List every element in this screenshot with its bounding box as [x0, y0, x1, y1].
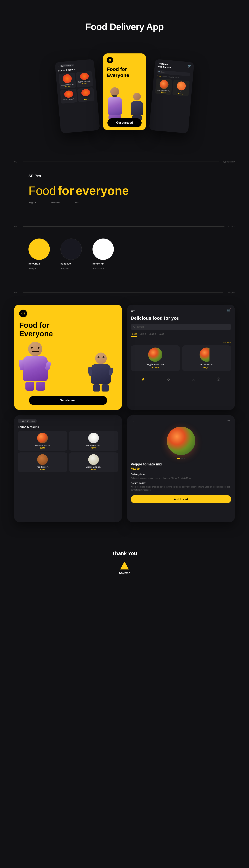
font-word-bold: everyone [76, 184, 129, 197]
result-name-1: Veggie tomato mix [20, 444, 66, 446]
font-name: SF Pro [29, 174, 220, 178]
image-dots [131, 458, 231, 459]
category-tabs: Foods Drinks Snacks Sauc [131, 333, 231, 338]
delivery-info-text: Delivered between monday aug and thursda… [131, 477, 231, 480]
swatch-white [93, 239, 114, 260]
home-screen: 🛒 Delicious food for you Search Foods Dr… [127, 305, 235, 410]
app-logo [107, 57, 113, 63]
results-title: Found 6 results [18, 426, 118, 429]
search-results-screen: ‹ Spicy chieckns Found 6 results Veggie … [14, 415, 122, 522]
cart-icon-home[interactable]: 🛒 [227, 308, 231, 312]
designs-bottom-row: ‹ Spicy chieckns Found 6 results Veggie … [14, 415, 235, 522]
search-placeholder: Search [137, 326, 144, 328]
return-policy-title: Return policy [131, 482, 231, 484]
font-display: Food for everyone [29, 184, 220, 197]
designs-section: Food for Everyone [0, 305, 249, 536]
colors-section: #FFCB13 Hunger #181820 Elegance #FFFFFF … [0, 239, 249, 284]
back-button[interactable]: ‹ Spicy chieckns [18, 419, 37, 423]
label-semibold: Semibold [51, 201, 61, 204]
color-name-2: Elegance [61, 267, 70, 270]
color-hex-3: #FFFFFF [93, 262, 104, 265]
label-regular: Regular [29, 201, 37, 204]
app-icon-yellow [19, 310, 27, 317]
result-price-1: ₦1,900 [20, 447, 66, 449]
food-card-4: M... ₦1,9... [77, 87, 95, 102]
return-policy-text: All our foods are double checked before … [131, 486, 231, 491]
tab-sauces[interactable]: Sauc [159, 333, 164, 337]
center-phone-mockup: Food for Everyone [103, 54, 146, 130]
detail-favorite-button[interactable]: ♡ [226, 419, 231, 424]
result-img-2 [88, 433, 99, 443]
section-01-divider: 01 Typography [0, 160, 249, 163]
result-name-2: Egg and cucumb... [71, 444, 117, 446]
food-cards-row: Veggie tomato mix ₦1,900 Ve tomato mix ₦… [131, 345, 231, 371]
designs-top-row: Food for Everyone [14, 305, 235, 410]
detail-back-button[interactable]: ‹ [131, 419, 136, 424]
result-card-2: Egg and cucumb... ₦1,900 [69, 431, 118, 451]
see-more-link[interactable]: see more [131, 341, 231, 343]
results-grid: Veggie tomato mix ₦1,900 Egg and cucumb.… [59, 71, 95, 104]
font-word-semibold: for [58, 184, 74, 197]
result-img-1 [37, 433, 48, 443]
add-to-cart-button[interactable]: Add to cart [131, 495, 231, 503]
bottom-nav [131, 375, 231, 382]
food-name-1: Veggie tomato mix [133, 363, 178, 366]
divider-line-3 [23, 292, 223, 293]
user-nav-icon[interactable] [191, 377, 195, 381]
section-02-divider: 02 Colors [0, 225, 249, 228]
color-swatch-white: #FFFFFF Satisfaction [93, 239, 114, 270]
search-header: ‹ Spicy chieckns [18, 419, 118, 423]
svg-point-0 [193, 378, 194, 379]
right-phone-mockup: Deliciousfood for you 🛒 🔍 Search Foods D… [149, 59, 194, 133]
left-phone-mockup: ‹ Spicy chieckns Found 6 results Veggie … [55, 59, 100, 133]
home-header: 🛒 [131, 308, 231, 312]
result-name-3: Fried chicken m. [20, 466, 66, 468]
get-started-button[interactable]: Get starteed [107, 118, 142, 127]
detail-header: ‹ ♡ [131, 419, 231, 424]
dot-2 [181, 458, 183, 459]
divider-line [23, 161, 219, 162]
food-name-2: Ve tomato mix [184, 363, 229, 366]
result-img-3 [37, 454, 48, 465]
food-img-veggie [148, 347, 163, 362]
product-price: ₦1,900 [131, 467, 231, 470]
search-bar[interactable]: Search [131, 324, 231, 330]
font-word-regular: Food [29, 184, 56, 197]
get-started-btn-large[interactable]: Get starteed [29, 396, 107, 405]
result-price-3: ₦1,900 [20, 468, 66, 470]
tab-drinks[interactable]: Drinks [140, 333, 146, 337]
home-nav-icon[interactable] [141, 377, 145, 381]
result-card-1: Veggie tomato mix ₦1,900 [18, 431, 67, 451]
heart-nav-icon[interactable] [167, 377, 170, 381]
swatch-yellow [29, 239, 50, 260]
settings-nav-icon[interactable] [217, 377, 220, 381]
page-title: Food Delivery App [4, 21, 245, 32]
detail-food-image [167, 427, 195, 455]
food-card-2: Egg and cucumb... ₦1,900 [76, 71, 93, 88]
logo-triangle [120, 562, 129, 569]
hero-mockup-section: ‹ Spicy chieckns Found 6 results Veggie … [0, 46, 249, 153]
dot-3 [184, 458, 185, 459]
font-labels: Regular Semibold Bold [29, 201, 220, 204]
color-hex-1: #FFCB13 [29, 262, 40, 265]
typography-section: SF Pro Food for everyone Regular Semibol… [0, 174, 249, 218]
cart-icon: 🛒 [188, 65, 191, 68]
food-price-2: ₦1,9... [184, 366, 229, 369]
food-card-1: Veggie tomato mix ₦1,900 [59, 72, 76, 89]
detail-screen: ‹ ♡ Veggie tomato mix ₦1,900 Delivery in… [127, 415, 235, 522]
logo-name: Aavatto [119, 571, 130, 575]
tab-snacks[interactable]: Snacks [149, 333, 156, 337]
delivery-info-title: Delivery info [131, 473, 231, 475]
dot-1 [177, 458, 180, 459]
food-card-second: Ve tomato mix ₦1,9... [182, 345, 232, 371]
food-img-2 [200, 347, 214, 362]
result-price-4: ₦1,900 [71, 468, 117, 470]
onboarding-title: Food for Everyone [107, 66, 142, 78]
tab-foods[interactable]: Foods [131, 333, 137, 337]
label-bold: Bold [75, 201, 79, 204]
onboarding-screen: Food for Everyone [14, 305, 122, 410]
color-name-1: Hunger [29, 267, 36, 270]
mockup-container: ‹ Spicy chieckns Found 6 results Veggie … [58, 54, 191, 139]
color-name-3: Satisfaction [93, 267, 104, 270]
hamburger-icon[interactable] [131, 309, 135, 312]
